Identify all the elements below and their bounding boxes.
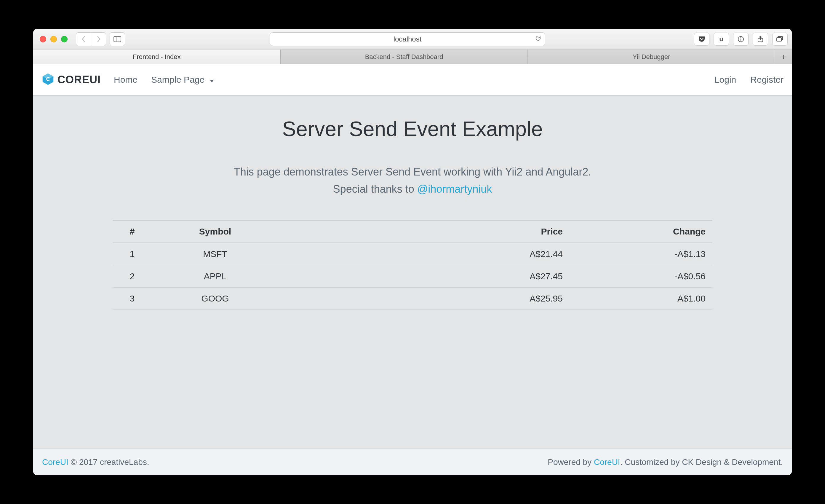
page: C COREUI Home Sample Page Login Register… — [33, 64, 792, 475]
thanks-link[interactable]: @ihormartyniuk — [417, 183, 492, 195]
browser-tabstrip: Frontend - Index Backend - Staff Dashboa… — [33, 50, 792, 64]
app-navbar: C COREUI Home Sample Page Login Register — [33, 64, 792, 96]
show-tabs-button[interactable] — [772, 32, 788, 46]
svg-rect-4 — [741, 39, 741, 41]
window-zoom-button[interactable] — [61, 36, 68, 43]
info-button[interactable] — [733, 32, 749, 46]
table-row: 2 APPL A$27.45 -A$0.56 — [113, 265, 712, 288]
browser-tab[interactable]: Yii Debugger — [528, 50, 775, 64]
nav-sample-page[interactable]: Sample Page — [151, 75, 214, 85]
svg-rect-0 — [114, 37, 121, 42]
th-price: Price — [279, 220, 569, 243]
lead-text-1: This page demonstrates Server Send Event… — [234, 163, 592, 181]
footer: CoreUI © 2017 creativeLabs. Powered by C… — [33, 448, 792, 475]
nav-home[interactable]: Home — [114, 75, 138, 85]
chevron-down-icon — [210, 75, 214, 85]
nav-register[interactable]: Register — [750, 75, 783, 85]
price-table: # Symbol Price Change 1 MSFT A$21.44 -A$… — [113, 220, 712, 310]
forward-button[interactable] — [91, 32, 106, 46]
nav-login[interactable]: Login — [715, 75, 736, 85]
browser-window: localhost u — [33, 29, 792, 475]
toolbar-right: u — [694, 32, 788, 46]
new-tab-button[interactable]: + — [775, 50, 792, 64]
pocket-button[interactable] — [694, 32, 709, 46]
address-text: localhost — [393, 35, 422, 43]
back-button[interactable] — [76, 32, 91, 46]
traffic-lights — [38, 36, 68, 43]
show-sidebar-button[interactable] — [110, 32, 125, 46]
titlebar: localhost u — [33, 29, 792, 50]
sidebar-button-group — [109, 32, 125, 46]
ublock-button[interactable]: u — [714, 32, 729, 46]
th-change: Change — [569, 220, 712, 243]
share-button[interactable] — [753, 32, 768, 46]
footer-left: CoreUI © 2017 creativeLabs. — [42, 457, 149, 467]
brand-text: COREUI — [58, 74, 101, 86]
footer-left-link[interactable]: CoreUI — [42, 457, 68, 466]
browser-tab[interactable]: Backend - Staff Dashboard — [281, 50, 528, 64]
window-minimize-button[interactable] — [50, 36, 57, 43]
nav-back-forward — [76, 32, 106, 46]
logo-icon: C — [42, 73, 55, 87]
browser-tab[interactable]: Frontend - Index — [33, 50, 281, 64]
window-close-button[interactable] — [40, 36, 46, 43]
lead-text-2: Special thanks to @ihormartyniuk — [333, 181, 492, 198]
svg-rect-8 — [777, 38, 781, 41]
table-row: 1 MSFT A$21.44 -A$1.13 — [113, 243, 712, 265]
table-row: 3 GOOG A$25.95 A$1.00 — [113, 288, 712, 310]
reload-icon[interactable] — [535, 35, 541, 43]
page-title: Server Send Event Example — [282, 117, 543, 141]
footer-right-link[interactable]: CoreUI — [594, 457, 620, 466]
brand[interactable]: C COREUI — [42, 73, 101, 87]
svg-text:C: C — [46, 76, 50, 82]
main-content: Server Send Event Example This page demo… — [33, 96, 792, 448]
table-header-row: # Symbol Price Change — [113, 220, 712, 243]
address-bar[interactable]: localhost — [270, 32, 545, 46]
svg-point-3 — [741, 38, 741, 38]
svg-marker-12 — [210, 80, 214, 82]
th-symbol: Symbol — [151, 220, 279, 243]
footer-right: Powered by CoreUI. Customized by CK Desi… — [548, 457, 783, 467]
th-index: # — [113, 220, 151, 243]
